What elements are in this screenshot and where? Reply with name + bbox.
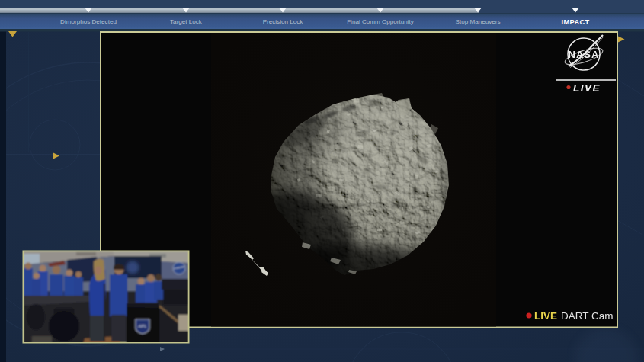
svg-text:Precision Lock: Precision Lock bbox=[263, 18, 304, 25]
svg-text:DART Cam: DART Cam bbox=[561, 310, 614, 322]
svg-text:Dimorphos Detected: Dimorphos Detected bbox=[60, 18, 117, 25]
svg-text:LIVE: LIVE bbox=[534, 310, 557, 322]
svg-text:Stop Maneuvers: Stop Maneuvers bbox=[456, 18, 501, 25]
svg-text:NASA: NASA bbox=[569, 49, 600, 60]
svg-text:LIVE: LIVE bbox=[573, 82, 601, 94]
svg-text:Target Lock: Target Lock bbox=[170, 18, 203, 25]
svg-text:IMPACT: IMPACT bbox=[562, 18, 590, 26]
svg-text:Final Comm Opportunity: Final Comm Opportunity bbox=[347, 18, 415, 25]
